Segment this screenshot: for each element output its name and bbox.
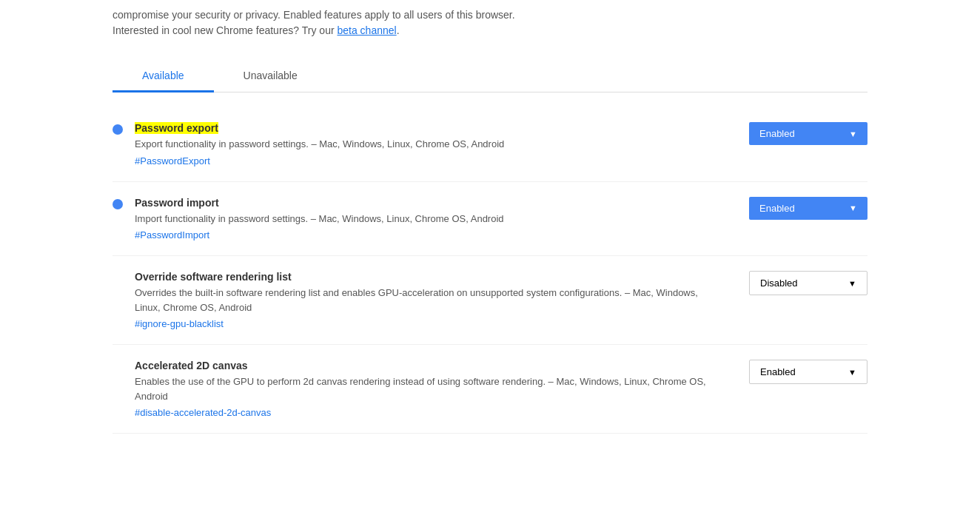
feature-link-override-rendering[interactable]: #ignore-gpu-blacklist	[135, 318, 224, 329]
feature-content-password-export: Password export Export functionality in …	[135, 122, 719, 166]
dropdown-label-accelerated-canvas: Enabled	[760, 366, 796, 377]
feature-title-accelerated-canvas: Accelerated 2D canvas	[135, 360, 719, 371]
intro-suffix: .	[397, 24, 400, 36]
intro-line1: compromise your security or privacy. Ena…	[113, 7, 867, 23]
dropdown-arrow-override-rendering: ▼	[848, 279, 856, 288]
intro-prefix: Interested in cool new Chrome features? …	[113, 24, 337, 36]
dropdown-arrow-password-export: ▼	[849, 130, 857, 138]
feature-desc-password-import: Import functionality in password setting…	[135, 212, 719, 226]
feature-link-password-export[interactable]: #PasswordExport	[135, 155, 210, 166]
dropdown-password-export[interactable]: Enabled ▼	[749, 122, 867, 145]
feature-item-accelerated-canvas: Accelerated 2D canvas Enables the use of…	[113, 345, 867, 434]
feature-link-password-import[interactable]: #PasswordImport	[135, 229, 209, 240]
feature-title-override-rendering: Override software rendering list	[135, 271, 719, 283]
feature-item-override-rendering: Override software rendering list Overrid…	[113, 256, 867, 345]
feature-control-override-rendering: Disabled ▼	[749, 271, 867, 295]
feature-control-accelerated-canvas: Enabled ▼	[749, 360, 867, 384]
feature-title-password-import: Password import	[135, 197, 719, 209]
feature-title-highlighted: Password export	[135, 122, 218, 134]
feature-control-password-export: Enabled ▼	[749, 122, 867, 145]
feature-dot-password-export	[113, 124, 123, 135]
feature-control-password-import: Enabled ▼	[749, 197, 867, 220]
tabs-container: Available Unavailable	[113, 61, 867, 92]
features-list: Password export Export functionality in …	[113, 107, 867, 434]
feature-dot-override-rendering	[113, 273, 123, 283]
dropdown-accelerated-canvas[interactable]: Enabled ▼	[749, 360, 867, 384]
feature-dot-accelerated-canvas	[113, 362, 123, 372]
feature-dot-password-import	[113, 199, 123, 209]
tab-available[interactable]: Available	[113, 61, 214, 92]
dropdown-arrow-accelerated-canvas: ▼	[848, 368, 856, 377]
dropdown-label-password-import: Enabled	[759, 203, 795, 214]
feature-content-accelerated-canvas: Accelerated 2D canvas Enables the use of…	[135, 360, 719, 418]
dropdown-password-import[interactable]: Enabled ▼	[749, 197, 867, 220]
feature-content-override-rendering: Override software rendering list Overrid…	[135, 271, 719, 329]
feature-desc-accelerated-canvas: Enables the use of the GPU to perform 2d…	[135, 374, 719, 403]
feature-content-password-import: Password import Import functionality in …	[135, 197, 719, 241]
beta-channel-link[interactable]: beta channel	[337, 24, 396, 36]
feature-desc-password-export: Export functionality in password setting…	[135, 137, 719, 152]
dropdown-override-rendering[interactable]: Disabled ▼	[749, 271, 867, 295]
feature-item-password-import: Password import Import functionality in …	[113, 182, 867, 257]
tab-unavailable[interactable]: Unavailable	[214, 61, 327, 92]
feature-item-password-export: Password export Export functionality in …	[113, 107, 867, 182]
intro-line2: Interested in cool new Chrome features? …	[113, 23, 867, 38]
feature-desc-override-rendering: Overrides the built-in software renderin…	[135, 286, 719, 314]
dropdown-label-override-rendering: Disabled	[760, 278, 798, 289]
intro-section: compromise your security or privacy. Ena…	[113, 0, 867, 38]
dropdown-arrow-password-import: ▼	[849, 204, 857, 212]
dropdown-label-password-export: Enabled	[759, 128, 795, 139]
feature-link-accelerated-canvas[interactable]: #disable-accelerated-2d-canvas	[135, 407, 271, 418]
feature-title-password-export: Password export	[135, 122, 719, 134]
